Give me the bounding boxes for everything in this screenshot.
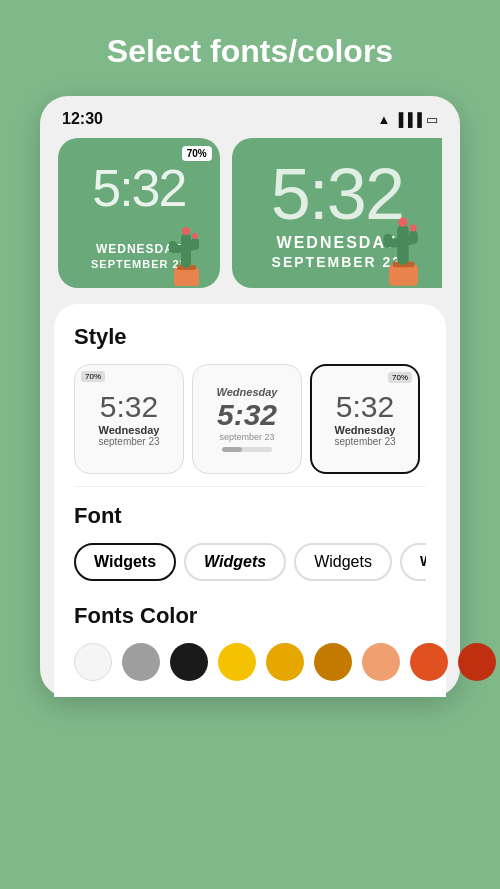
color-dot-white[interactable] <box>74 643 112 681</box>
svg-rect-6 <box>169 241 177 253</box>
svg-point-7 <box>182 227 190 235</box>
svg-rect-15 <box>383 234 392 248</box>
colors-section: Fonts Color <box>74 591 426 697</box>
widget-preview-1[interactable]: 70% 5:32 WEDNESDAY SEPTEMBER 23 <box>58 138 220 288</box>
color-dot-yellow-bright[interactable] <box>218 643 256 681</box>
font-option-1[interactable]: Widgets <box>74 543 176 581</box>
widget-1-time: 5:32 <box>58 162 220 214</box>
style-card-3[interactable]: 70% 5:32 Wednesday september 23 <box>310 364 420 474</box>
font-options-row: Widgets Widgets Widgets WIDGETS <box>74 543 426 581</box>
card-2-date: september 23 <box>219 432 274 442</box>
svg-rect-13 <box>409 231 418 245</box>
widget-1-battery: 70% <box>182 146 212 161</box>
svg-point-8 <box>192 233 198 239</box>
card-1-date: september 23 <box>98 436 159 447</box>
card-1-time: 5:32 <box>100 392 158 422</box>
card-2-battery-bar <box>222 447 272 452</box>
font-section: Font Widgets Widgets Widgets WIDGETS <box>74 486 426 591</box>
color-dot-orange-brown[interactable] <box>314 643 352 681</box>
style-card-2[interactable]: Wednesday 5:32 september 23 <box>192 364 302 474</box>
wifi-icon: ▲ <box>377 112 390 127</box>
cactus-icon-2 <box>371 213 436 288</box>
style-card-1[interactable]: 70% 5:32 Wednesday september 23 <box>74 364 184 474</box>
card-2-battery-fill <box>222 447 242 452</box>
card-3-time: 5:32 <box>336 392 394 422</box>
bottom-sheet: Style 70% 5:32 Wednesday september 23 We… <box>54 304 446 697</box>
color-dot-dark-red[interactable] <box>458 643 496 681</box>
color-dot-salmon[interactable] <box>362 643 400 681</box>
style-cards-row: 70% 5:32 Wednesday september 23 Wednesda… <box>74 364 426 474</box>
color-dot-gray[interactable] <box>122 643 160 681</box>
card-2-day: Wednesday <box>217 386 278 398</box>
phone-mockup: 12:30 ▲ ▐▐▐ ▭ 70% 5:32 WEDNESDAY SEPTEMB… <box>40 96 460 697</box>
card-3-day: Wednesday <box>335 424 396 436</box>
card-3-battery: 70% <box>388 372 412 383</box>
colors-title: Fonts Color <box>74 603 426 629</box>
color-dot-yellow-deep[interactable] <box>266 643 304 681</box>
status-icons: ▲ ▐▐▐ ▭ <box>377 112 438 127</box>
card-1-battery: 70% <box>81 371 105 382</box>
svg-rect-0 <box>174 268 199 286</box>
svg-point-16 <box>398 218 407 227</box>
font-option-3[interactable]: Widgets <box>294 543 392 581</box>
color-dots-row <box>74 643 426 681</box>
font-title: Font <box>74 503 426 529</box>
card-2-time: 5:32 <box>217 400 277 430</box>
svg-rect-9 <box>389 265 418 286</box>
cactus-icon-1 <box>159 223 214 288</box>
font-option-4[interactable]: WIDGETS <box>400 543 426 581</box>
page-title: Select fonts/colors <box>24 32 476 70</box>
status-bar: 12:30 ▲ ▐▐▐ ▭ <box>54 110 446 138</box>
card-1-day: Wednesday <box>99 424 160 436</box>
widget-row: 70% 5:32 WEDNESDAY SEPTEMBER 23 5:32 WED… <box>54 138 446 288</box>
header: Select fonts/colors <box>0 0 500 86</box>
svg-point-17 <box>410 225 417 232</box>
signal-icon: ▐▐▐ <box>394 112 422 127</box>
color-dot-black[interactable] <box>170 643 208 681</box>
card-3-date: september 23 <box>334 436 395 447</box>
svg-rect-4 <box>191 238 199 250</box>
style-title: Style <box>74 324 426 350</box>
battery-icon: ▭ <box>426 112 438 127</box>
phone-clock: 12:30 <box>62 110 103 128</box>
font-option-2[interactable]: Widgets <box>184 543 286 581</box>
color-dot-orange-red[interactable] <box>410 643 448 681</box>
style-section: Style 70% 5:32 Wednesday september 23 We… <box>74 324 426 474</box>
widget-preview-2[interactable]: 5:32 WEDNESDAY SEPTEMBER 23 <box>232 138 442 288</box>
